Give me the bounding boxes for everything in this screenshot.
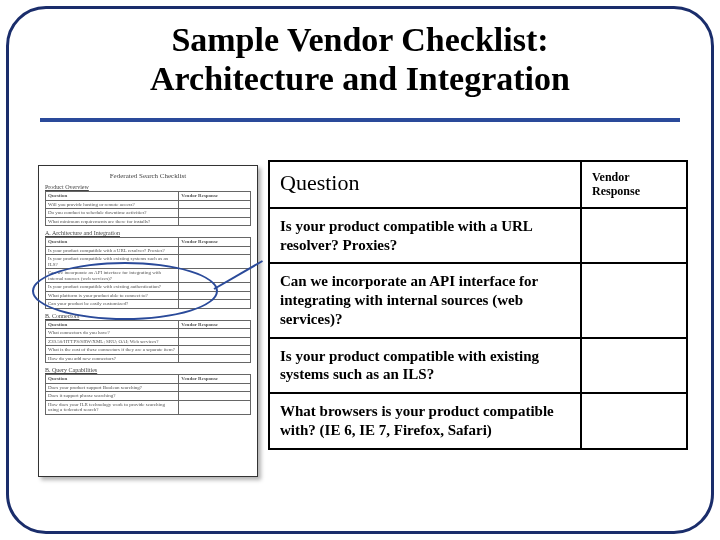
thumb-section-a: Product Overview bbox=[45, 184, 251, 190]
thumb-section-c: B. Connectors bbox=[45, 313, 251, 319]
thumb-table-c: QuestionVendor Response What connectors … bbox=[45, 320, 251, 364]
question-cell: Is your product compatible with existing… bbox=[269, 338, 581, 394]
thumb-section-b: A. Architecture and Integration bbox=[45, 230, 251, 236]
document-thumbnail: Federated Search Checklist Product Overv… bbox=[38, 165, 258, 477]
table-row: Can we incorporate an API interface for … bbox=[269, 263, 687, 337]
title-line-1: Sample Vendor Checklist: bbox=[171, 21, 548, 58]
slide-title: Sample Vendor Checklist: Architecture an… bbox=[0, 20, 720, 98]
thumb-title: Federated Search Checklist bbox=[39, 172, 257, 180]
table-row: What browsers is your product compatible… bbox=[269, 393, 687, 449]
title-line-2: Architecture and Integration bbox=[150, 60, 570, 97]
checklist-table: Question Vendor Response Is your product… bbox=[268, 160, 688, 450]
header-question: Question bbox=[269, 161, 581, 208]
response-cell bbox=[581, 263, 687, 337]
title-underline bbox=[40, 118, 680, 122]
table-row: Is your product compatible with a URL re… bbox=[269, 208, 687, 264]
question-cell: Is your product compatible with a URL re… bbox=[269, 208, 581, 264]
thumb-table-d: QuestionVendor Response Does your produc… bbox=[45, 374, 251, 415]
response-cell bbox=[581, 208, 687, 264]
thumb-section-d: B. Query Capabilities bbox=[45, 367, 251, 373]
table-header-row: Question Vendor Response bbox=[269, 161, 687, 208]
table-row: Is your product compatible with existing… bbox=[269, 338, 687, 394]
header-response: Vendor Response bbox=[581, 161, 687, 208]
thumb-table-a: QuestionVendor Response Will you provide… bbox=[45, 191, 251, 226]
response-cell bbox=[581, 338, 687, 394]
question-cell: Can we incorporate an API interface for … bbox=[269, 263, 581, 337]
question-cell: What browsers is your product compatible… bbox=[269, 393, 581, 449]
response-cell bbox=[581, 393, 687, 449]
thumb-table-b: QuestionVendor Response Is your product … bbox=[45, 237, 251, 309]
